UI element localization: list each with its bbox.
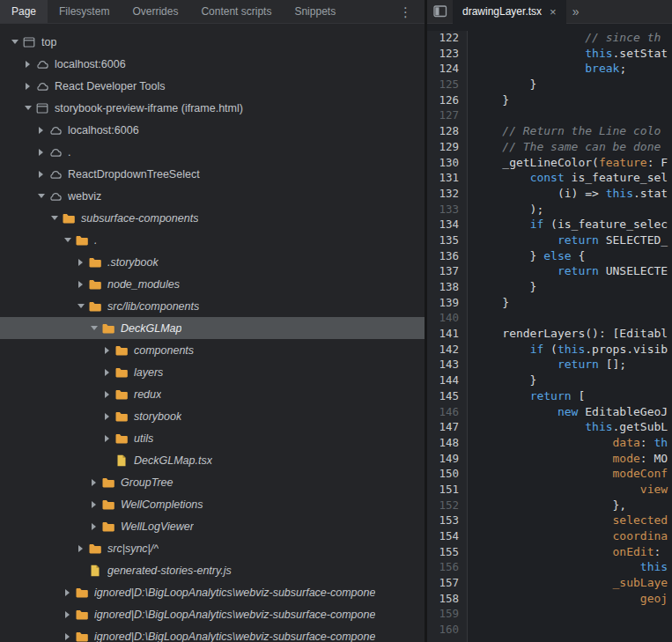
tab-overrides[interactable]: Overrides [121, 0, 189, 23]
line-number[interactable]: 125 [427, 77, 467, 93]
tree-item-localhost-6006[interactable]: localhost:6006 [0, 119, 425, 141]
editor-tab[interactable]: drawingLayer.tsx × [453, 0, 566, 24]
line-number[interactable]: 127 [427, 108, 467, 124]
line-number[interactable]: 153 [427, 513, 467, 529]
chevron-down-icon[interactable] [9, 40, 20, 44]
tab-page[interactable]: Page [0, 0, 48, 23]
close-icon[interactable]: × [550, 6, 557, 18]
tree-item-components[interactable]: components [0, 339, 425, 361]
code-line[interactable]: coordina [475, 529, 672, 545]
code-line[interactable]: geoj [475, 592, 672, 608]
tree-item-storybook-preview-iframe-iframe.html-[interactable]: storybook-preview-iframe (iframe.html) [0, 97, 425, 119]
line-number[interactable]: 124 [427, 62, 467, 77]
tree-item-deckglmap[interactable]: DeckGLMap [0, 317, 425, 339]
line-number[interactable]: 137 [427, 264, 467, 280]
code-line[interactable]: return SELECTED_ [475, 233, 672, 249]
line-number[interactable]: 122 [427, 31, 467, 47]
line-number[interactable]: 130 [427, 156, 467, 172]
line-number[interactable]: 138 [427, 280, 467, 296]
tree-item-welllogviewer[interactable]: WellLogViewer [0, 515, 425, 537]
tree-item-layers[interactable]: layers [0, 361, 425, 383]
chevron-right-icon[interactable] [35, 127, 47, 134]
line-number[interactable]: 160 [427, 623, 467, 638]
code-line[interactable]: (i) => this.stat [475, 187, 672, 203]
line-number[interactable]: 140 [427, 311, 467, 327]
code-line[interactable] [475, 311, 672, 327]
line-number[interactable]: 142 [427, 343, 467, 358]
line-number[interactable]: 136 [427, 249, 467, 265]
tree-item-redux[interactable]: redux [0, 383, 425, 405]
tree-item-ignored-d-bigloopanalytics-webviz-subsur[interactable]: ignored|D:\BigLoopAnalytics\webviz-subsu… [0, 581, 425, 603]
tree-item-reactdropdowntreeselect[interactable]: ReactDropdownTreeSelect [0, 163, 425, 185]
line-number[interactable]: 151 [427, 483, 467, 498]
code-line[interactable]: } [475, 280, 672, 296]
chevron-right-icon[interactable] [101, 435, 113, 442]
line-number[interactable]: 149 [427, 452, 467, 468]
code-line[interactable]: data: th [475, 436, 672, 452]
chevron-right-icon[interactable] [75, 545, 86, 552]
line-number[interactable]: 129 [427, 140, 467, 156]
chevron-right-icon[interactable] [101, 413, 113, 420]
tree-item-deckglmap.tsx[interactable]: DeckGLMap.tsx [0, 449, 425, 471]
code-line[interactable]: } else { [475, 249, 672, 265]
tree-item-top[interactable]: top [0, 31, 425, 53]
line-number[interactable]: 156 [427, 560, 467, 576]
tree-item-.[interactable]: . [0, 141, 425, 163]
line-number[interactable]: 144 [427, 373, 467, 389]
line-number[interactable]: 154 [427, 529, 467, 545]
line-number[interactable]: 155 [427, 545, 467, 561]
chevron-right-icon[interactable] [62, 633, 73, 640]
code-line[interactable]: if (this.props.visib [475, 343, 672, 358]
code-line[interactable] [475, 623, 672, 638]
code-line[interactable]: mode: MO [475, 452, 672, 468]
tree-item-utils[interactable]: utils [0, 427, 425, 449]
line-number[interactable]: 126 [427, 93, 467, 109]
line-number[interactable]: 157 [427, 576, 467, 592]
code-line[interactable] [475, 607, 672, 623]
tree-item-wellcompletions[interactable]: WellCompletions [0, 493, 425, 515]
code-line[interactable]: selected [475, 513, 672, 529]
line-number[interactable]: 143 [427, 358, 467, 373]
code-line[interactable]: } [475, 93, 672, 109]
code-line[interactable]: // since th [475, 31, 672, 47]
code-line[interactable]: } [475, 373, 672, 389]
line-number[interactable]: 152 [427, 498, 467, 514]
code-line[interactable] [475, 108, 672, 124]
chevron-right-icon[interactable] [35, 149, 47, 156]
chevron-right-icon[interactable] [22, 61, 33, 68]
tab-snippets[interactable]: Snippets [283, 0, 347, 23]
line-number[interactable]: 145 [427, 389, 467, 405]
code-line[interactable]: new EditableGeoJ [475, 405, 672, 421]
line-number[interactable]: 123 [427, 47, 467, 63]
chevron-down-icon[interactable] [48, 216, 60, 220]
tree-item-src-sync-[interactable]: src|sync|/^ [0, 537, 425, 559]
line-number[interactable]: 135 [427, 233, 467, 249]
chevron-right-icon[interactable] [101, 369, 113, 376]
code-line[interactable]: return UNSELECTE [475, 264, 672, 280]
chevron-right-icon[interactable] [62, 589, 73, 596]
code-line[interactable]: return [ [475, 389, 672, 405]
line-number[interactable]: 147 [427, 420, 467, 436]
tab-overflow-icon[interactable]: » [572, 4, 580, 18]
code-line[interactable]: this.getSubL [475, 420, 672, 436]
line-number[interactable]: 150 [427, 467, 467, 483]
line-number[interactable]: 132 [427, 187, 467, 203]
tree-item-webviz[interactable]: webviz [0, 185, 425, 207]
code-line[interactable]: break; [475, 62, 672, 77]
chevron-right-icon[interactable] [75, 259, 86, 266]
code-editor[interactable]: // since th this.setStat break; } } // R… [468, 31, 672, 642]
code-line[interactable]: // Return the Line colo [475, 124, 672, 140]
chevron-down-icon[interactable] [62, 238, 73, 242]
code-line[interactable]: ); [475, 203, 672, 218]
more-tabs-icon[interactable]: ⋮ [399, 5, 412, 18]
tree-item-localhost-6006[interactable]: localhost:6006 [0, 53, 425, 75]
code-line[interactable]: const is_feature_sel [475, 171, 672, 187]
line-number[interactable]: 159 [427, 607, 467, 623]
code-line[interactable]: return []; [475, 358, 672, 373]
toggle-navigator-icon[interactable] [433, 5, 447, 18]
line-number[interactable]: 146 [427, 405, 467, 421]
code-line[interactable]: modeConf [475, 467, 672, 483]
chevron-right-icon[interactable] [88, 501, 100, 508]
line-number[interactable]: 139 [427, 296, 467, 312]
code-line[interactable]: onEdit: [475, 545, 672, 561]
